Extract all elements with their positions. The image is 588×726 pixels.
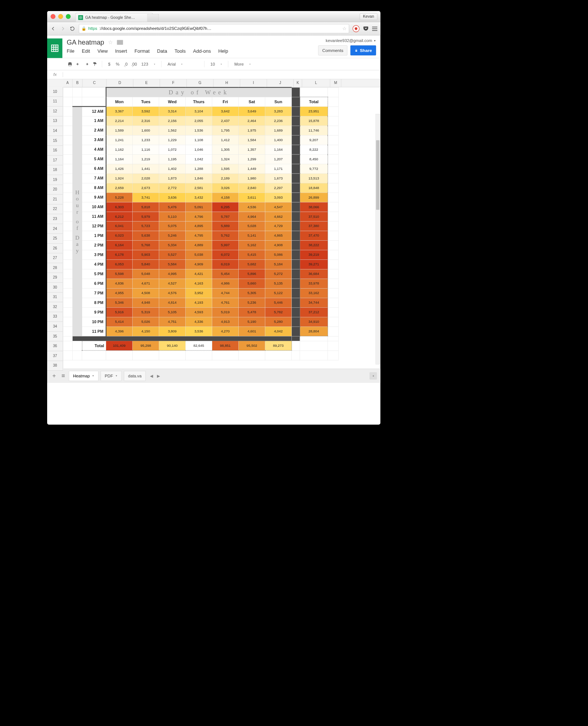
cell[interactable]: 6,178 xyxy=(106,250,133,259)
cell[interactable]: 1,589 xyxy=(106,126,133,135)
currency-button[interactable]: $ xyxy=(106,61,113,67)
forward-button[interactable] xyxy=(60,26,66,32)
cell[interactable]: 5,527 xyxy=(159,250,186,259)
all-sheets-icon[interactable]: ≡ xyxy=(60,373,67,380)
cell[interactable]: 4 PM xyxy=(82,259,106,269)
cell[interactable] xyxy=(63,250,73,259)
cell[interactable]: 1,584 xyxy=(238,135,265,145)
cell[interactable] xyxy=(328,107,339,116)
menu-insert[interactable]: Insert xyxy=(115,48,127,54)
cell[interactable] xyxy=(291,250,300,259)
cell[interactable] xyxy=(300,350,328,360)
menu-data[interactable]: Data xyxy=(157,48,167,54)
cell[interactable]: 89,273 xyxy=(265,341,291,350)
cell[interactable]: 1,924 xyxy=(106,174,133,183)
cell[interactable] xyxy=(328,87,339,97)
cell[interactable]: 1,980 xyxy=(238,174,265,183)
cell[interactable]: 5,305 xyxy=(238,288,265,298)
cell[interactable] xyxy=(63,288,73,298)
cell[interactable]: 5,768 xyxy=(133,240,159,250)
row-header-21[interactable]: 21 xyxy=(47,195,63,205)
cell[interactable]: 2,437 xyxy=(212,116,239,126)
cell[interactable]: 6,019 xyxy=(212,259,239,269)
cell[interactable] xyxy=(63,154,73,164)
cell[interactable] xyxy=(63,183,73,193)
cell[interactable]: 5,762 xyxy=(212,231,239,240)
cell[interactable]: 39,219 xyxy=(300,250,328,259)
row-header-34[interactable]: 34 xyxy=(47,322,63,332)
cell[interactable]: 28,804 xyxy=(300,327,328,336)
cell[interactable]: 5,916 xyxy=(106,307,133,317)
more-toolbar-button[interactable]: More▾ xyxy=(232,62,253,66)
cell[interactable] xyxy=(291,231,300,240)
row-header-35[interactable]: 35 xyxy=(47,332,63,342)
cell[interactable] xyxy=(82,97,106,107)
cell[interactable]: 95,298 xyxy=(133,341,159,350)
cell[interactable]: 8 PM xyxy=(82,298,106,307)
document-title[interactable]: GA heatmap xyxy=(67,38,104,46)
row-headers[interactable]: 1011121314151617181920212223242526272829… xyxy=(47,87,63,371)
cell[interactable]: 1,241 xyxy=(106,135,133,145)
cell[interactable]: 2,581 xyxy=(186,183,212,193)
col-header-J[interactable]: J xyxy=(267,79,294,87)
cell[interactable]: Fri xyxy=(212,97,239,107)
cell[interactable]: 5,903 xyxy=(133,250,159,259)
cell[interactable]: 5,105 xyxy=(159,307,186,317)
cell[interactable]: 1,219 xyxy=(133,154,159,164)
cell[interactable]: 4,948 xyxy=(133,298,159,307)
menu-add-ons[interactable]: Add-ons xyxy=(193,48,211,54)
cell[interactable] xyxy=(291,279,300,288)
cell[interactable]: Mon xyxy=(106,97,133,107)
menu-file[interactable]: File xyxy=(67,48,74,54)
cell[interactable]: 4,662 xyxy=(265,212,291,221)
cell[interactable]: 5,787 xyxy=(212,212,239,221)
row-header-17[interactable]: 17 xyxy=(47,156,63,165)
vertical-scrollbar[interactable] xyxy=(375,114,380,364)
cell[interactable]: 6 PM xyxy=(82,279,106,288)
cell[interactable]: 18,848 xyxy=(300,183,328,193)
explore-icon[interactable]: ✦ xyxy=(370,372,377,380)
cell[interactable] xyxy=(291,212,300,221)
cell[interactable]: 1,673 xyxy=(265,174,291,183)
cell[interactable] xyxy=(300,87,328,97)
cell[interactable]: 6,164 xyxy=(106,240,133,250)
cell[interactable] xyxy=(73,87,82,97)
row-header-22[interactable]: 22 xyxy=(47,205,63,214)
cell[interactable] xyxy=(291,327,300,336)
cell[interactable] xyxy=(328,307,339,317)
cell[interactable]: 101,409 xyxy=(106,341,133,350)
cell[interactable] xyxy=(212,350,239,360)
cell[interactable]: 3,367 xyxy=(106,107,133,116)
cell[interactable]: 4,909 xyxy=(186,259,212,269)
cell[interactable]: 1,305 xyxy=(212,145,239,154)
row-header-37[interactable]: 37 xyxy=(47,351,63,361)
cell[interactable]: 5,110 xyxy=(159,212,186,221)
cell[interactable] xyxy=(291,298,300,307)
cell[interactable] xyxy=(291,317,300,327)
cell[interactable] xyxy=(328,154,339,164)
spreadsheet-grid[interactable]: ABCDEFGHIJKLM 10111213141516171819202122… xyxy=(47,79,380,369)
cell[interactable]: 5,141 xyxy=(238,231,265,240)
cell[interactable]: 3,952 xyxy=(186,288,212,298)
cell[interactable]: 8,222 xyxy=(300,145,328,154)
cell[interactable] xyxy=(63,341,73,350)
col-header-H[interactable]: H xyxy=(213,79,240,87)
cell[interactable] xyxy=(328,317,339,327)
cell[interactable]: 5,272 xyxy=(265,269,291,279)
cell[interactable]: 1,846 xyxy=(186,174,212,183)
cell[interactable]: 1,795 xyxy=(212,126,239,135)
cell[interactable]: 1,162 xyxy=(106,145,133,154)
cell[interactable] xyxy=(63,336,73,341)
cell[interactable]: 3,104 xyxy=(186,107,212,116)
cell[interactable]: 1,042 xyxy=(186,154,212,164)
cell[interactable] xyxy=(300,336,328,341)
cell[interactable]: 5,038 xyxy=(186,250,212,259)
decrease-decimal-button[interactable]: .0→ xyxy=(123,61,129,67)
cell[interactable]: 1,441 xyxy=(133,164,159,174)
cell[interactable] xyxy=(106,350,133,360)
cell[interactable] xyxy=(328,164,339,174)
redo-icon[interactable] xyxy=(83,61,90,67)
cell[interactable] xyxy=(265,350,291,360)
cell[interactable]: 2,316 xyxy=(133,116,159,126)
cell[interactable]: Thurs xyxy=(186,97,212,107)
